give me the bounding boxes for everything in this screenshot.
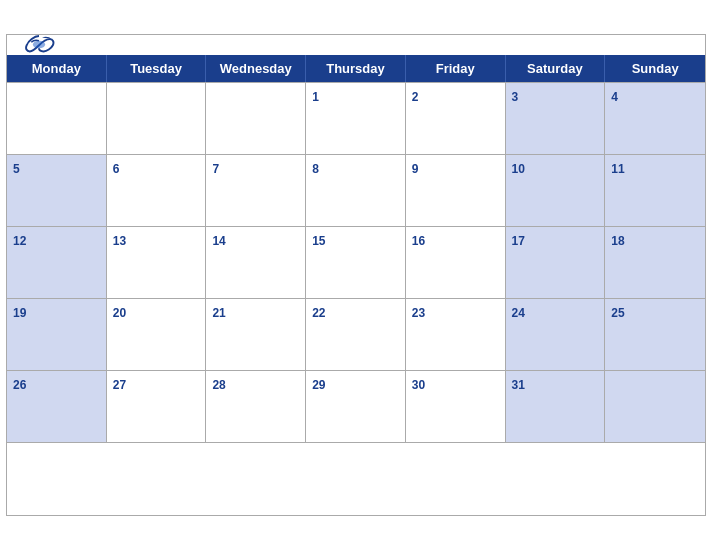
calendar-cell: 27 <box>107 371 207 443</box>
calendar-cell: 28 <box>206 371 306 443</box>
calendar-cell: 17 <box>506 227 606 299</box>
calendar-cell: 6 <box>107 155 207 227</box>
cell-number: 26 <box>13 378 26 392</box>
calendar-header <box>7 35 705 55</box>
cell-number: 14 <box>212 234 225 248</box>
calendar-cell <box>107 83 207 155</box>
calendar: MondayTuesdayWednesdayThursdayFridaySatu… <box>6 34 706 516</box>
cell-number: 21 <box>212 306 225 320</box>
cell-number: 13 <box>113 234 126 248</box>
calendar-cell: 20 <box>107 299 207 371</box>
calendar-grid: 1234567891011121314151617181920212223242… <box>7 82 705 515</box>
cell-number: 3 <box>512 90 519 104</box>
day-headers: MondayTuesdayWednesdayThursdayFridaySatu… <box>7 55 705 82</box>
calendar-cell: 9 <box>406 155 506 227</box>
cell-number: 27 <box>113 378 126 392</box>
cell-number: 20 <box>113 306 126 320</box>
cell-number: 6 <box>113 162 120 176</box>
calendar-cell: 15 <box>306 227 406 299</box>
calendar-cell: 3 <box>506 83 606 155</box>
day-header: Tuesday <box>107 55 207 82</box>
calendar-cell: 14 <box>206 227 306 299</box>
calendar-cell: 10 <box>506 155 606 227</box>
calendar-cell: 19 <box>7 299 107 371</box>
cell-number: 28 <box>212 378 225 392</box>
cell-number: 9 <box>412 162 419 176</box>
cell-number: 7 <box>212 162 219 176</box>
calendar-cell: 11 <box>605 155 705 227</box>
logo-icon <box>23 35 55 55</box>
day-header: Saturday <box>506 55 606 82</box>
calendar-cell: 31 <box>506 371 606 443</box>
cell-number: 25 <box>611 306 624 320</box>
cell-number: 16 <box>412 234 425 248</box>
calendar-cell: 8 <box>306 155 406 227</box>
cell-number: 19 <box>13 306 26 320</box>
calendar-cell <box>7 83 107 155</box>
cell-number: 1 <box>312 90 319 104</box>
calendar-cell: 7 <box>206 155 306 227</box>
day-header: Wednesday <box>206 55 306 82</box>
calendar-cell: 25 <box>605 299 705 371</box>
cell-number: 10 <box>512 162 525 176</box>
calendar-cell: 1 <box>306 83 406 155</box>
calendar-cell: 22 <box>306 299 406 371</box>
cell-number: 22 <box>312 306 325 320</box>
cell-number: 4 <box>611 90 618 104</box>
calendar-cell: 13 <box>107 227 207 299</box>
cell-number: 24 <box>512 306 525 320</box>
calendar-cell: 4 <box>605 83 705 155</box>
calendar-cell: 21 <box>206 299 306 371</box>
day-header: Thursday <box>306 55 406 82</box>
calendar-cell <box>605 371 705 443</box>
cell-number: 5 <box>13 162 20 176</box>
cell-number: 8 <box>312 162 319 176</box>
cell-number: 11 <box>611 162 624 176</box>
calendar-cell: 2 <box>406 83 506 155</box>
cell-number: 18 <box>611 234 624 248</box>
cell-number: 12 <box>13 234 26 248</box>
calendar-cell: 30 <box>406 371 506 443</box>
svg-point-0 <box>33 41 45 49</box>
calendar-cell: 24 <box>506 299 606 371</box>
cell-number: 15 <box>312 234 325 248</box>
calendar-cell: 16 <box>406 227 506 299</box>
calendar-cell: 12 <box>7 227 107 299</box>
cell-number: 29 <box>312 378 325 392</box>
calendar-cell: 5 <box>7 155 107 227</box>
day-header: Friday <box>406 55 506 82</box>
calendar-cell: 29 <box>306 371 406 443</box>
cell-number: 17 <box>512 234 525 248</box>
cell-number: 2 <box>412 90 419 104</box>
cell-number: 31 <box>512 378 525 392</box>
cell-number: 30 <box>412 378 425 392</box>
calendar-cell: 18 <box>605 227 705 299</box>
day-header: Monday <box>7 55 107 82</box>
calendar-cell <box>206 83 306 155</box>
cell-number: 23 <box>412 306 425 320</box>
calendar-cell: 26 <box>7 371 107 443</box>
logo <box>23 35 55 56</box>
day-header: Sunday <box>605 55 705 82</box>
calendar-cell: 23 <box>406 299 506 371</box>
